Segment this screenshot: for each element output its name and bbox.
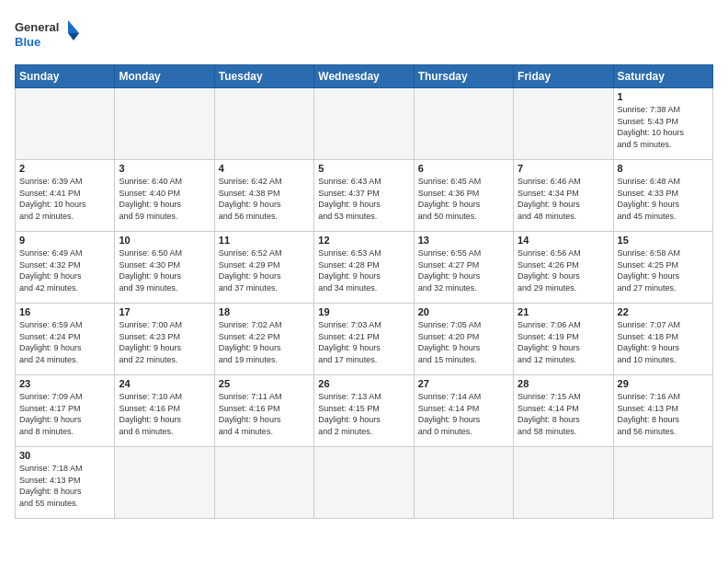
calendar-cell: 4Sunrise: 6:42 AM Sunset: 4:38 PM Daylig…: [214, 160, 313, 232]
calendar-cell: 21Sunrise: 7:06 AM Sunset: 4:19 PM Dayli…: [514, 304, 613, 375]
calendar-cell: [314, 447, 414, 519]
day-info: Sunrise: 6:58 AM Sunset: 4:25 PM Dayligh…: [618, 247, 709, 293]
calendar-cell: [414, 447, 513, 519]
svg-marker-3: [68, 33, 79, 40]
col-header-tuesday: Tuesday: [214, 65, 313, 88]
calendar-week-row: 30Sunrise: 7:18 AM Sunset: 4:13 PM Dayli…: [16, 447, 713, 519]
calendar-header-row: SundayMondayTuesdayWednesdayThursdayFrid…: [16, 65, 713, 88]
day-info: Sunrise: 6:55 AM Sunset: 4:27 PM Dayligh…: [418, 247, 509, 293]
day-info: Sunrise: 7:38 AM Sunset: 5:43 PM Dayligh…: [618, 104, 709, 150]
day-info: Sunrise: 7:13 AM Sunset: 4:15 PM Dayligh…: [318, 391, 409, 437]
day-number: 15: [618, 235, 709, 246]
calendar-cell: [613, 447, 712, 519]
day-info: Sunrise: 6:46 AM Sunset: 4:34 PM Dayligh…: [518, 176, 609, 222]
day-number: 29: [618, 378, 709, 389]
calendar-cell: [414, 88, 513, 160]
calendar-cell: 27Sunrise: 7:14 AM Sunset: 4:14 PM Dayli…: [414, 375, 513, 447]
day-number: 16: [19, 306, 110, 317]
col-header-wednesday: Wednesday: [314, 65, 414, 88]
day-number: 19: [318, 306, 409, 317]
calendar-cell: 25Sunrise: 7:11 AM Sunset: 4:16 PM Dayli…: [214, 375, 313, 447]
day-number: 10: [119, 235, 210, 246]
day-info: Sunrise: 7:10 AM Sunset: 4:16 PM Dayligh…: [119, 391, 210, 437]
col-header-monday: Monday: [115, 65, 214, 88]
calendar-cell: 11Sunrise: 6:52 AM Sunset: 4:29 PM Dayli…: [214, 232, 313, 304]
day-number: 2: [19, 163, 110, 174]
day-info: Sunrise: 6:59 AM Sunset: 4:24 PM Dayligh…: [19, 319, 110, 365]
day-info: Sunrise: 6:48 AM Sunset: 4:33 PM Dayligh…: [618, 176, 709, 222]
day-info: Sunrise: 7:16 AM Sunset: 4:13 PM Dayligh…: [618, 391, 709, 437]
day-info: Sunrise: 6:39 AM Sunset: 4:41 PM Dayligh…: [19, 176, 110, 222]
calendar-cell: [314, 88, 414, 160]
day-number: 21: [518, 306, 609, 317]
calendar-week-row: 9Sunrise: 6:49 AM Sunset: 4:32 PM Daylig…: [16, 232, 713, 304]
day-number: 17: [119, 306, 210, 317]
day-info: Sunrise: 7:14 AM Sunset: 4:14 PM Dayligh…: [418, 391, 509, 437]
day-info: Sunrise: 6:52 AM Sunset: 4:29 PM Dayligh…: [219, 247, 310, 293]
calendar-cell: 17Sunrise: 7:00 AM Sunset: 4:23 PM Dayli…: [115, 304, 214, 375]
day-info: Sunrise: 7:03 AM Sunset: 4:21 PM Dayligh…: [318, 319, 409, 365]
calendar-week-row: 16Sunrise: 6:59 AM Sunset: 4:24 PM Dayli…: [16, 304, 713, 375]
day-number: 8: [618, 163, 709, 174]
day-info: Sunrise: 7:05 AM Sunset: 4:20 PM Dayligh…: [418, 319, 509, 365]
day-info: Sunrise: 7:06 AM Sunset: 4:19 PM Dayligh…: [518, 319, 609, 365]
day-number: 14: [518, 235, 609, 246]
calendar-cell: 7Sunrise: 6:46 AM Sunset: 4:34 PM Daylig…: [514, 160, 613, 232]
calendar-cell: 18Sunrise: 7:02 AM Sunset: 4:22 PM Dayli…: [214, 304, 313, 375]
svg-text:Blue: Blue: [15, 35, 40, 49]
calendar-cell: 5Sunrise: 6:43 AM Sunset: 4:37 PM Daylig…: [314, 160, 414, 232]
calendar-cell: [115, 447, 214, 519]
calendar-cell: 19Sunrise: 7:03 AM Sunset: 4:21 PM Dayli…: [314, 304, 414, 375]
calendar-week-row: 1Sunrise: 7:38 AM Sunset: 5:43 PM Daylig…: [16, 88, 713, 160]
day-number: 12: [318, 235, 409, 246]
logo-svg: General Blue: [15, 15, 79, 55]
day-info: Sunrise: 7:00 AM Sunset: 4:23 PM Dayligh…: [119, 319, 210, 365]
calendar-cell: 23Sunrise: 7:09 AM Sunset: 4:17 PM Dayli…: [16, 375, 115, 447]
calendar-week-row: 2Sunrise: 6:39 AM Sunset: 4:41 PM Daylig…: [16, 160, 713, 232]
calendar-cell: [214, 88, 313, 160]
col-header-thursday: Thursday: [414, 65, 513, 88]
svg-text:General: General: [15, 20, 59, 34]
calendar-table: SundayMondayTuesdayWednesdayThursdayFrid…: [15, 64, 713, 519]
day-info: Sunrise: 6:42 AM Sunset: 4:38 PM Dayligh…: [219, 176, 310, 222]
day-info: Sunrise: 7:18 AM Sunset: 4:13 PM Dayligh…: [19, 463, 110, 509]
day-info: Sunrise: 6:45 AM Sunset: 4:36 PM Dayligh…: [418, 176, 509, 222]
calendar-cell: 16Sunrise: 6:59 AM Sunset: 4:24 PM Dayli…: [16, 304, 115, 375]
day-number: 27: [418, 378, 509, 389]
day-number: 18: [219, 306, 310, 317]
day-number: 9: [19, 235, 110, 246]
calendar-cell: 1Sunrise: 7:38 AM Sunset: 5:43 PM Daylig…: [613, 88, 712, 160]
calendar-cell: 30Sunrise: 7:18 AM Sunset: 4:13 PM Dayli…: [16, 447, 115, 519]
day-number: 4: [219, 163, 310, 174]
day-number: 6: [418, 163, 509, 174]
calendar-cell: [16, 88, 115, 160]
page-header: General Blue: [15, 15, 713, 55]
day-number: 22: [618, 306, 709, 317]
day-info: Sunrise: 7:11 AM Sunset: 4:16 PM Dayligh…: [219, 391, 310, 437]
day-info: Sunrise: 6:40 AM Sunset: 4:40 PM Dayligh…: [119, 176, 210, 222]
calendar-cell: [514, 447, 613, 519]
day-number: 30: [19, 450, 110, 461]
day-number: 20: [418, 306, 509, 317]
calendar-cell: 20Sunrise: 7:05 AM Sunset: 4:20 PM Dayli…: [414, 304, 513, 375]
day-number: 1: [618, 91, 709, 102]
day-info: Sunrise: 6:49 AM Sunset: 4:32 PM Dayligh…: [19, 247, 110, 293]
day-number: 13: [418, 235, 509, 246]
calendar-cell: 28Sunrise: 7:15 AM Sunset: 4:14 PM Dayli…: [514, 375, 613, 447]
day-number: 3: [119, 163, 210, 174]
day-number: 23: [19, 378, 110, 389]
calendar-cell: 10Sunrise: 6:50 AM Sunset: 4:30 PM Dayli…: [115, 232, 214, 304]
calendar-cell: 8Sunrise: 6:48 AM Sunset: 4:33 PM Daylig…: [613, 160, 712, 232]
day-number: 24: [119, 378, 210, 389]
logo: General Blue: [15, 15, 79, 55]
day-number: 5: [318, 163, 409, 174]
day-number: 7: [518, 163, 609, 174]
day-number: 28: [518, 378, 609, 389]
day-info: Sunrise: 6:43 AM Sunset: 4:37 PM Dayligh…: [318, 176, 409, 222]
day-info: Sunrise: 7:07 AM Sunset: 4:18 PM Dayligh…: [618, 319, 709, 365]
calendar-cell: 9Sunrise: 6:49 AM Sunset: 4:32 PM Daylig…: [16, 232, 115, 304]
col-header-friday: Friday: [514, 65, 613, 88]
day-info: Sunrise: 7:09 AM Sunset: 4:17 PM Dayligh…: [19, 391, 110, 437]
day-info: Sunrise: 6:56 AM Sunset: 4:26 PM Dayligh…: [518, 247, 609, 293]
calendar-cell: 24Sunrise: 7:10 AM Sunset: 4:16 PM Dayli…: [115, 375, 214, 447]
